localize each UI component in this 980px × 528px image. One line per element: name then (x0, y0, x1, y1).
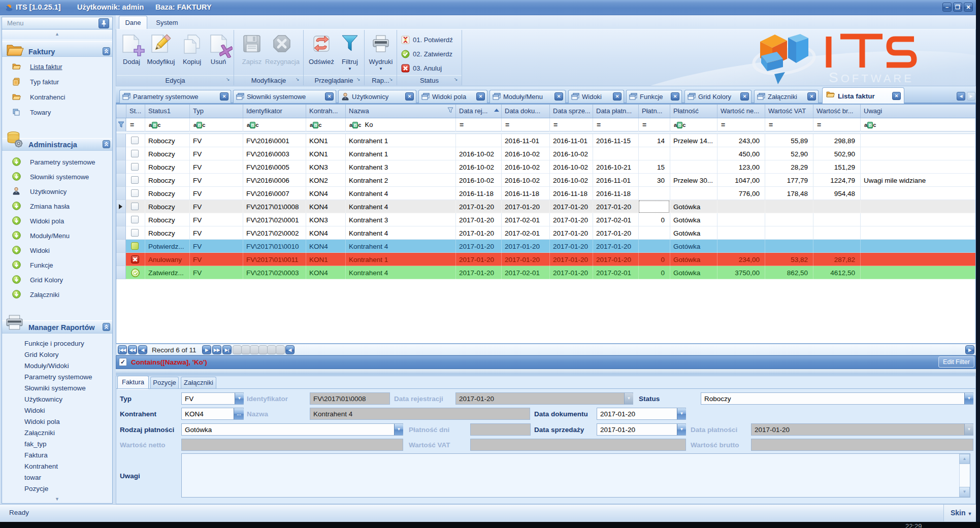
svg-text:SOFTWARE: SOFTWARE (829, 70, 914, 85)
